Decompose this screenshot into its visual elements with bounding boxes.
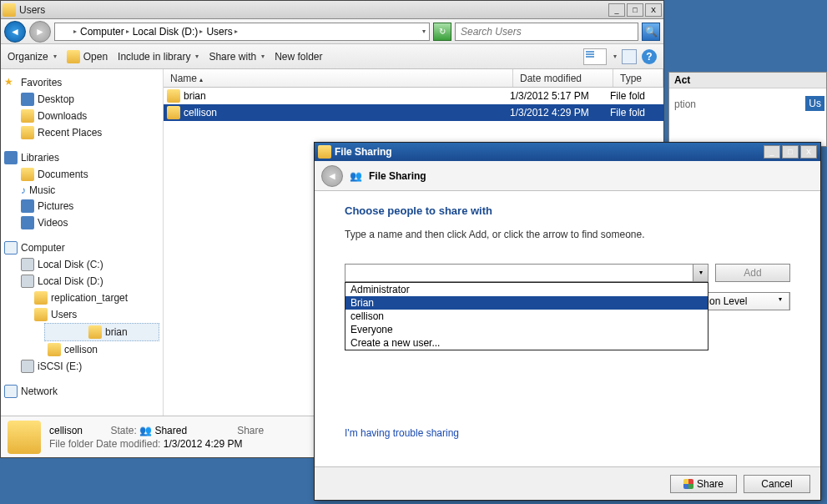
tree-cellison[interactable]: cellison [4,341,159,358]
dialog-maximize-button[interactable]: □ [782,145,799,159]
dialog-minimize-button[interactable]: _ [764,145,780,159]
window-title: Users [19,4,608,16]
tree-music[interactable]: ♪Music [4,183,159,198]
minimize-button[interactable]: _ [608,3,625,17]
dialog-titlebar[interactable]: File Sharing _ □ X [315,143,820,161]
tree-drive-d[interactable]: Local Disk (D:) [4,273,159,290]
add-button[interactable]: Add [715,264,790,282]
background-users-tab: Us [805,96,824,111]
search-box[interactable] [455,23,638,41]
favorites-header[interactable]: ★Favorites [4,74,159,91]
folder-icon [21,109,34,123]
dialog-header: ◄ 👥 File Sharing [315,161,820,191]
tree-drive-e[interactable]: iSCSI (E:) [4,358,159,375]
breadcrumb-computer[interactable]: Computer▸ [80,26,129,38]
tree-desktop[interactable]: Desktop [4,91,159,108]
breadcrumb-drive-d[interactable]: Local Disk (D:)▸ [133,26,204,38]
address-bar[interactable]: ▸ Computer▸ Local Disk (D:)▸ Users▸ ▾ [54,23,430,41]
shield-icon [683,479,693,489]
file-sharing-dialog: File Sharing _ □ X ◄ 👥 File Sharing Choo… [314,142,821,501]
folder-icon [34,308,48,321]
folder-icon [167,89,180,103]
desktop-icon [21,93,34,106]
background-actions-header: Act [669,73,826,88]
user-combobox[interactable]: ▾ [345,264,708,282]
details-name: cellison [49,425,83,436]
refresh-button[interactable]: ↻ [433,23,451,41]
tree-documents[interactable]: Documents [4,166,159,183]
chevron-down-icon[interactable]: ▾ [422,28,426,35]
tree-users-folder[interactable]: Users [4,306,159,323]
col-date[interactable]: Date modified [513,69,613,87]
tree-replication-target[interactable]: replication_target [4,290,159,306]
chevron-down-icon[interactable]: ▾ [613,53,617,60]
column-headers[interactable]: Name ▴ Date modified Type [164,69,663,88]
tree-pictures[interactable]: Pictures [4,198,159,214]
folder-icon [88,325,102,339]
dropdown-option-administrator[interactable]: Administrator [345,283,708,296]
computer-header[interactable]: Computer [4,239,159,256]
breadcrumb-users[interactable]: Users▸ [206,26,237,38]
view-mode-button[interactable] [583,48,607,65]
tree-videos[interactable]: Videos [4,214,159,231]
details-state-value: Shared [154,425,187,436]
computer-icon [4,241,18,255]
back-button[interactable]: ◄ [4,21,26,43]
dialog-footer: Share Cancel [315,466,820,500]
dropdown-option-brian[interactable]: Brian [345,296,708,310]
dropdown-option-everyone[interactable]: Everyone [345,323,708,336]
tree-downloads[interactable]: Downloads [4,108,159,124]
maximize-button[interactable]: □ [627,3,643,17]
dialog-instruction: Type a name and then click Add, or click… [345,229,790,240]
help-icon[interactable]: ? [642,49,657,64]
preview-pane-button[interactable] [622,49,637,64]
drive-icon [21,275,34,288]
folder-icon [58,26,70,38]
pictures-icon [21,199,34,213]
col-type[interactable]: Type [613,69,663,87]
details-share-label: Share [237,425,264,436]
drive-icon [21,360,34,373]
details-kind: File folder [49,438,93,450]
folder-icon [67,50,80,63]
user-input[interactable] [345,265,693,281]
network-icon [4,385,18,398]
share-button[interactable]: Share [670,475,737,493]
file-row-brian[interactable]: brian 1/3/2012 5:17 PM File fold [164,88,663,104]
nav-tree: ★Favorites Desktop Downloads Recent Plac… [1,69,164,416]
include-library-menu[interactable]: Include in library▾ [118,51,199,63]
dialog-header-text: File Sharing [369,170,426,182]
dialog-back-button[interactable]: ◄ [321,165,343,187]
explorer-toolbar: Organize▾ Open Include in library▾ Share… [1,44,663,69]
chevron-down-icon[interactable]: ▾ [693,265,708,281]
background-panel: Act ption Us [668,72,827,147]
details-mod-label: Date modified: [96,438,160,450]
tree-recent-places[interactable]: Recent Places [4,124,159,141]
search-button[interactable]: 🔍 [642,23,660,41]
network-header[interactable]: Network [4,383,159,400]
forward-button[interactable]: ► [29,21,51,43]
nav-row: ◄ ► ▸ Computer▸ Local Disk (D:)▸ Users▸ … [1,19,663,44]
share-with-menu[interactable]: Share with▾ [209,51,265,63]
cancel-button[interactable]: Cancel [744,475,810,493]
dialog-close-button[interactable]: X [800,145,817,159]
col-name[interactable]: Name ▴ [164,69,513,87]
people-icon: 👥 [350,170,362,182]
libraries-icon [4,151,18,164]
people-icon: 👥 [139,425,152,436]
organize-menu[interactable]: Organize▾ [8,51,57,63]
trouble-sharing-link[interactable]: I'm having trouble sharing [345,427,459,439]
dropdown-option-create-user[interactable]: Create a new user... [345,336,708,350]
dialog-title: File Sharing [335,146,764,158]
explorer-titlebar[interactable]: Users _ □ X [1,1,663,19]
tree-drive-c[interactable]: Local Disk (C:) [4,256,159,273]
libraries-header[interactable]: Libraries [4,149,159,166]
tree-brian[interactable]: brian [44,323,159,341]
open-button[interactable]: Open [67,50,108,63]
details-state-label: State: [110,425,136,436]
close-button[interactable]: X [645,3,662,17]
search-input[interactable] [459,25,634,38]
dropdown-option-cellison[interactable]: cellison [345,310,708,323]
file-row-cellison[interactable]: cellison 1/3/2012 4:29 PM File fold [164,104,663,121]
new-folder-button[interactable]: New folder [275,51,322,63]
